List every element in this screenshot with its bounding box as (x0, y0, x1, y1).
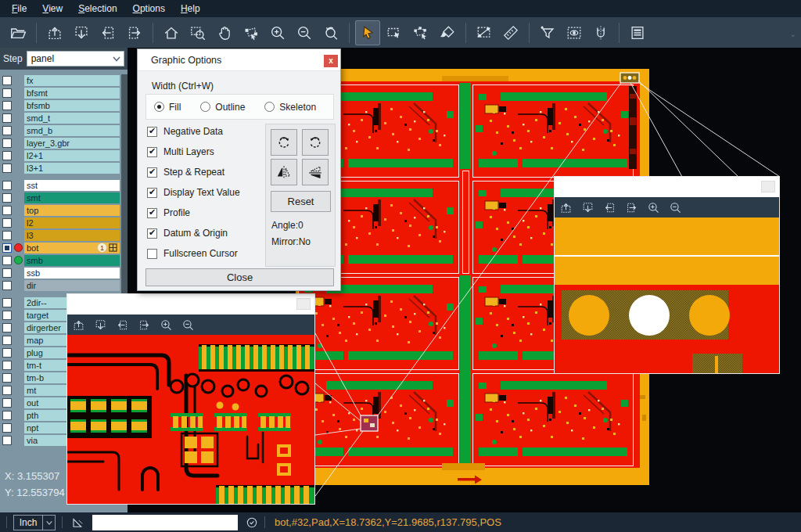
window-button[interactable] (761, 181, 775, 192)
arrow-right-box-icon[interactable] (138, 318, 151, 332)
layer-visibility-checkbox[interactable] (2, 151, 12, 160)
checkbox[interactable] (147, 167, 157, 178)
layer-visibility-checkbox[interactable] (2, 311, 12, 320)
close-icon[interactable]: x (324, 55, 338, 67)
layer-label[interactable]: l3 (24, 230, 120, 241)
layer-label[interactable]: l3+1 (24, 163, 120, 174)
radio-skeleton[interactable]: Skeleton (264, 102, 316, 113)
radio-dot[interactable] (154, 102, 164, 112)
home-view-button[interactable] (159, 20, 184, 45)
layer-visibility-checkbox[interactable] (2, 373, 12, 383)
layer-label[interactable]: bot1 (24, 243, 120, 253)
magnifier-title-bar[interactable] (555, 177, 779, 197)
filter-button[interactable] (535, 20, 560, 45)
layer-row[interactable]: l3+1 (0, 162, 128, 174)
layer-visibility-checkbox[interactable] (2, 181, 12, 190)
magnifier-window-bottom[interactable] (66, 293, 315, 505)
layer-row[interactable]: l3 (0, 229, 128, 241)
snap-button[interactable] (588, 20, 613, 45)
zoom-previous-button[interactable] (318, 20, 343, 45)
polygon-select-button[interactable] (408, 20, 433, 45)
reset-button[interactable]: Reset (271, 191, 331, 212)
checkbox[interactable] (147, 188, 157, 198)
radio-dot[interactable] (264, 102, 275, 112)
toolbar-overflow-chevron[interactable]: ⌄ (790, 30, 796, 38)
zoom-out-button[interactable] (292, 20, 317, 45)
layer-label[interactable]: fx (24, 75, 120, 86)
move-vertex-button[interactable] (239, 20, 264, 45)
layer-label[interactable]: sst (24, 180, 120, 191)
magnifier-window-top[interactable] (554, 176, 780, 374)
open-file-button[interactable] (5, 20, 31, 45)
layer-visibility-checkbox[interactable] (2, 113, 12, 123)
checkbox[interactable] (147, 127, 157, 137)
graphic-options-dialog[interactable]: Graphic Options x Width (Ctrl+W) Fill Ou… (137, 49, 341, 291)
layer-label[interactable]: smd_t (24, 113, 120, 124)
layer-visibility-checkbox[interactable] (2, 298, 12, 307)
layer-label[interactable]: bfsmb (24, 100, 120, 111)
checkbox[interactable] (147, 228, 157, 239)
measure-button[interactable] (472, 20, 497, 45)
command-input[interactable] (92, 515, 238, 530)
menu-help[interactable]: Help (174, 2, 207, 16)
checkbox-step-repeat[interactable]: Step & Repeat (147, 166, 240, 178)
layer-visibility-checkbox[interactable] (2, 193, 12, 203)
layer-label[interactable]: bfsmt (24, 88, 120, 99)
unit-select[interactable]: Inch (13, 515, 56, 530)
layer-visibility-checkbox[interactable] (2, 348, 12, 358)
pan-down-button[interactable] (69, 20, 94, 45)
radio-dot[interactable] (200, 102, 210, 112)
checkbox-display-text-value[interactable]: Display Text Value (147, 186, 240, 199)
layer-visibility-checkbox[interactable] (2, 88, 12, 98)
layer-row[interactable]: bfsmb (0, 99, 128, 111)
layer-label[interactable]: ssb (24, 268, 120, 279)
step-select[interactable]: panel (27, 51, 124, 66)
show-selection-button[interactable] (562, 20, 587, 45)
arrow-left-box-icon[interactable] (603, 201, 616, 214)
brush-tool-button[interactable] (435, 20, 460, 45)
layer-row[interactable]: fx (0, 74, 128, 86)
layer-visibility-checkbox[interactable] (2, 126, 12, 135)
pan-up-button[interactable] (42, 20, 67, 45)
layer-visibility-checkbox[interactable] (2, 206, 12, 215)
radio-fill[interactable]: Fill (154, 102, 181, 113)
layer-label[interactable]: top (24, 205, 120, 216)
checkbox-datum-origin[interactable]: Datum & Origin (147, 227, 240, 239)
zoom-out-icon[interactable] (669, 201, 682, 214)
layer-visibility-checkbox[interactable] (2, 218, 12, 228)
arrow-up-box-icon[interactable] (559, 201, 573, 214)
checkbox-negative-data[interactable]: Negative Data (147, 125, 240, 138)
rect-select-button[interactable] (382, 20, 407, 45)
layer-row[interactable]: smd_t (0, 112, 128, 124)
layer-label[interactable]: layer_3.gbr (24, 138, 120, 149)
window-button[interactable] (296, 298, 311, 310)
layer-visibility-checkbox[interactable] (2, 411, 12, 420)
layer-visibility-checkbox[interactable] (2, 231, 12, 240)
rotate-cw-button[interactable] (271, 129, 297, 156)
pan-left-button[interactable] (95, 20, 120, 45)
layer-row[interactable]: sst (0, 179, 128, 191)
layer-visibility-checkbox[interactable] (2, 361, 12, 370)
zoom-window-button[interactable] (185, 20, 210, 45)
layer-visibility-checkbox[interactable] (2, 323, 12, 332)
layer-row[interactable]: bfsmt (0, 87, 128, 99)
zoom-in-button[interactable] (265, 20, 290, 45)
close-button[interactable]: Close (145, 268, 334, 286)
layer-visibility-checkbox[interactable] (2, 436, 12, 445)
menu-options[interactable]: Options (126, 2, 172, 16)
zoom-in-icon[interactable] (160, 318, 173, 332)
layer-visibility-checkbox[interactable] (2, 336, 12, 345)
menu-file[interactable]: File (5, 2, 34, 16)
select-tool-button[interactable] (355, 20, 380, 45)
ruler-button[interactable] (498, 20, 523, 45)
layer-row[interactable]: smd_b (0, 124, 128, 136)
layer-row[interactable]: dir (0, 279, 128, 291)
layer-row[interactable]: top (0, 204, 128, 216)
arrow-down-box-icon[interactable] (94, 318, 107, 332)
checkbox[interactable] (147, 249, 157, 259)
layer-row[interactable]: l2+1 (0, 149, 128, 161)
layer-visibility-checkbox[interactable] (2, 101, 12, 110)
layer-visibility-checkbox[interactable] (2, 386, 12, 395)
layer-visibility-checkbox[interactable] (2, 256, 12, 265)
layer-visibility-checkbox[interactable] (2, 164, 12, 173)
